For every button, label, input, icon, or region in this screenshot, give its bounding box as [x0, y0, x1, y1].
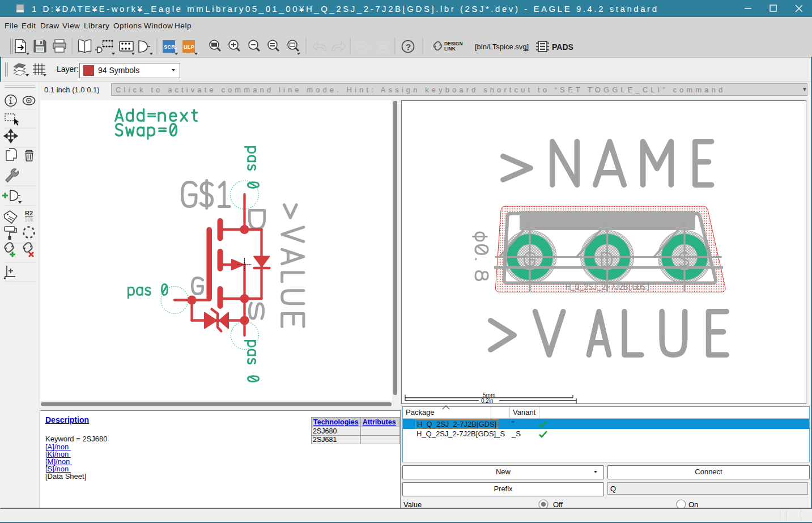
svg-text:SCR: SCR: [164, 44, 175, 50]
svg-text:LINK: LINK: [444, 46, 456, 52]
svg-text:GO: GO: [379, 44, 387, 50]
svg-text:Layer:: Layer:: [57, 65, 79, 74]
svg-text:ULP: ULP: [184, 44, 195, 50]
svg-text:R2: R2: [25, 210, 33, 216]
svg-text:?: ?: [406, 42, 411, 52]
svg-text:5mm: 5mm: [483, 392, 495, 398]
svg-text:[bin/LTspice.svg]: [bin/LTspice.svg]: [475, 42, 529, 51]
svg-text:PADS: PADS: [552, 42, 573, 52]
svg-text:10k: 10k: [24, 216, 34, 223]
svg-text:0.2in: 0.2in: [481, 398, 494, 403]
